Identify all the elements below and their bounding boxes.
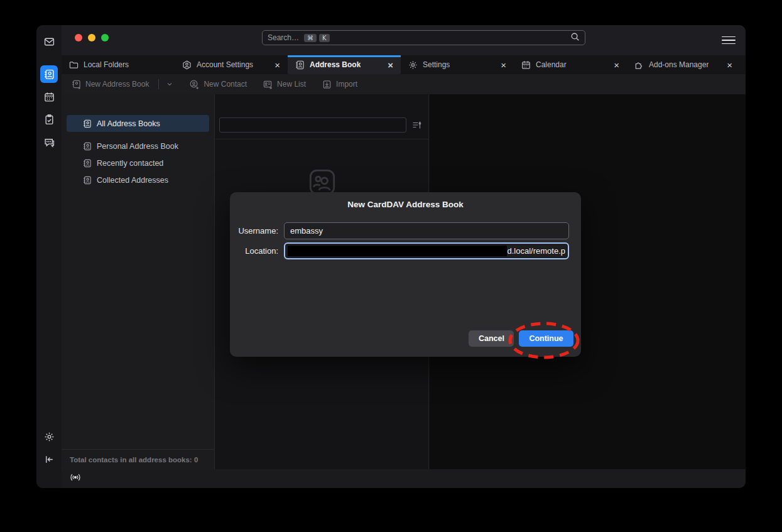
close-window-button[interactable]	[75, 34, 82, 41]
gear-icon	[44, 432, 55, 442]
tab-address-book[interactable]: Address Book ×	[288, 55, 401, 74]
tab-label: Address Book	[310, 60, 361, 69]
folder-icon	[69, 60, 79, 70]
new-address-book-button[interactable]: New Address Book	[72, 79, 173, 89]
divider	[158, 79, 159, 89]
username-field[interactable]	[284, 222, 569, 239]
contacts-count-status: Total contacts in all address books: 0	[62, 449, 214, 469]
address-book-plus-icon	[72, 80, 81, 89]
minimize-window-button[interactable]	[88, 34, 95, 41]
search-placeholder: Search…	[268, 33, 299, 42]
tab-label: Calendar	[536, 60, 567, 69]
new-carddav-dialog: New CardDAV Address Book Username: Locat…	[230, 192, 581, 357]
envelope-icon	[44, 36, 55, 47]
address-book-icon	[83, 119, 92, 128]
sidebar-item-all-address-books[interactable]: All Address Books	[67, 115, 209, 132]
toolbar-label: New List	[277, 80, 306, 89]
close-icon[interactable]: ×	[499, 60, 508, 70]
sidebar-item-personal-address-book[interactable]: Personal Address Book	[67, 138, 209, 155]
tab-label: Add-ons Manager	[649, 60, 709, 69]
app-menu-icon[interactable]	[722, 33, 736, 47]
tasks-icon	[44, 114, 55, 125]
address-book-icon	[295, 60, 305, 70]
traffic-lights	[75, 34, 109, 41]
address-book-icon	[83, 159, 92, 168]
username-label: Username:	[230, 226, 278, 236]
chat-icon	[44, 137, 55, 148]
tab-account-settings[interactable]: Account Settings ×	[175, 55, 288, 74]
address-book-toolbar: New Address Book New Contact	[62, 74, 746, 94]
tab-calendar[interactable]: Calendar ×	[514, 55, 627, 74]
spaces-collapse-button[interactable]	[40, 450, 58, 468]
toolbar-label: Import	[336, 80, 357, 89]
location-label: Location:	[230, 246, 278, 256]
address-book-sidebar: All Address Books Personal Address Book	[62, 94, 215, 469]
space-mail[interactable]	[40, 33, 58, 50]
account-settings-icon	[182, 60, 192, 70]
cmd-key-badge: ⌘	[304, 34, 317, 42]
close-icon[interactable]: ×	[725, 60, 734, 70]
list-plus-icon	[263, 80, 273, 89]
close-icon[interactable]: ×	[273, 60, 281, 70]
toolbar-label: New Address Book	[85, 80, 149, 89]
titlebar: Search… ⌘ K	[62, 25, 746, 55]
tab-label: Local Folders	[84, 60, 129, 69]
toolbar-label: New Contact	[204, 80, 247, 89]
new-contact-button[interactable]: New Contact	[190, 80, 247, 89]
address-book-icon	[83, 142, 92, 151]
space-tasks[interactable]	[40, 111, 58, 128]
tab-addons-manager[interactable]: Add-ons Manager ×	[627, 55, 740, 74]
collapse-icon	[44, 454, 55, 465]
dialog-title: New CardDAV Address Book	[230, 200, 581, 209]
magnifier-icon	[570, 32, 580, 43]
tab-local-folders[interactable]: Local Folders	[62, 55, 175, 74]
close-icon[interactable]: ×	[612, 60, 621, 70]
sidebar-item-label: Personal Address Book	[97, 142, 178, 151]
broadcast-icon	[69, 472, 82, 485]
tab-label: Account Settings	[197, 60, 253, 69]
calendar-icon	[44, 92, 55, 102]
tab-bar: Local Folders Account Settings ×	[62, 55, 746, 74]
status-bar	[62, 469, 746, 488]
address-book-icon	[44, 69, 55, 80]
continue-button[interactable]: Continue	[519, 330, 573, 347]
contacts-quick-filter-input[interactable]	[219, 117, 406, 133]
calendar-icon	[521, 60, 531, 70]
sidebar-item-recently-contacted[interactable]: Recently contacted	[67, 155, 209, 171]
chevron-down-icon[interactable]	[166, 80, 173, 88]
display-options-icon[interactable]	[412, 120, 422, 130]
tab-label: Settings	[423, 60, 450, 69]
spaces-toolbar	[36, 25, 62, 488]
global-search-input[interactable]: Search… ⌘ K	[262, 30, 585, 45]
gear-icon	[408, 60, 418, 70]
space-chat[interactable]	[40, 133, 58, 151]
sidebar-item-label: All Address Books	[97, 119, 160, 128]
new-list-button[interactable]: New List	[263, 80, 306, 89]
close-icon[interactable]: ×	[386, 60, 394, 70]
desktop: Search… ⌘ K Local Folders	[0, 0, 782, 532]
puzzle-icon	[634, 60, 644, 70]
address-book-icon	[83, 176, 92, 185]
redaction-bar	[288, 246, 507, 256]
divider	[215, 139, 428, 139]
sidebar-item-collected-addresses[interactable]: Collected Addresses	[67, 171, 209, 188]
tab-settings[interactable]: Settings ×	[401, 55, 514, 74]
zoom-window-button[interactable]	[101, 34, 109, 41]
space-address-book[interactable]	[40, 65, 58, 83]
thunderbird-window: Search… ⌘ K Local Folders	[36, 25, 746, 488]
person-plus-icon	[190, 80, 199, 89]
k-key-badge: K	[319, 34, 330, 42]
import-icon	[322, 80, 332, 89]
location-field[interactable]: d.local/remote.p	[284, 242, 569, 259]
spaces-settings-button[interactable]	[40, 428, 58, 445]
space-calendar[interactable]	[40, 88, 58, 106]
import-button[interactable]: Import	[322, 80, 357, 89]
sidebar-item-label: Recently contacted	[97, 159, 163, 168]
cancel-button[interactable]: Cancel	[469, 330, 514, 347]
location-value-suffix: d.local/remote.p	[507, 246, 566, 256]
sidebar-item-label: Collected Addresses	[97, 176, 168, 185]
